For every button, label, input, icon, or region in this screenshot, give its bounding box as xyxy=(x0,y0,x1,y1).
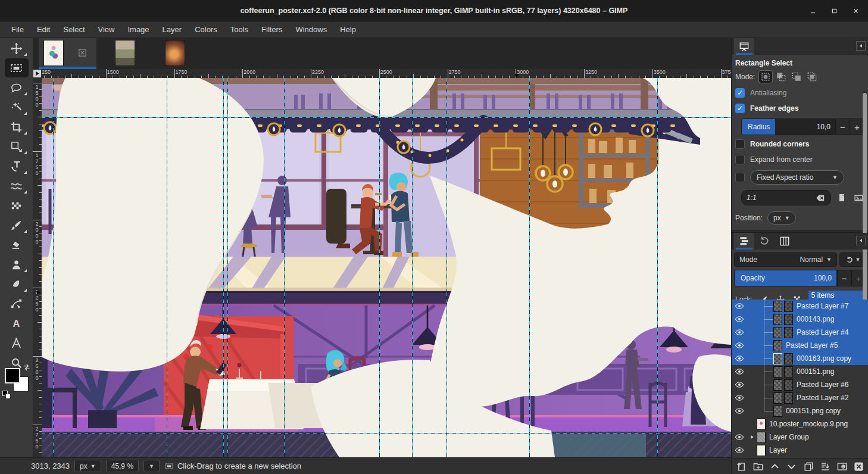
layer-visibility-toggle[interactable] xyxy=(732,432,747,442)
menu-filters[interactable]: Filters xyxy=(255,23,289,36)
paths-tool[interactable] xyxy=(5,294,29,313)
menu-view[interactable]: View xyxy=(92,23,121,36)
image-tab-cafe-interior-photo[interactable] xyxy=(160,38,184,69)
dock-collapse-button[interactable] xyxy=(856,236,866,245)
status-zoom-dropdown[interactable]: ▼ xyxy=(143,460,160,472)
layer-visibility-toggle[interactable] xyxy=(732,328,747,337)
swap-colors-icon[interactable] xyxy=(23,363,31,372)
group-expander-icon[interactable] xyxy=(747,434,757,441)
maximize-icon[interactable] xyxy=(828,4,841,17)
layer-row[interactable]: 000151.png copy xyxy=(732,404,868,417)
menu-colors[interactable]: Colors xyxy=(188,23,224,36)
layer-row[interactable]: Layer xyxy=(732,444,868,457)
free-select-tool[interactable] xyxy=(5,78,29,97)
duplicate-layer-button[interactable] xyxy=(801,460,816,473)
crop-tool[interactable] xyxy=(5,117,29,136)
antialiasing-checkbox[interactable]: ✓ xyxy=(735,88,745,98)
select-mode-replace[interactable] xyxy=(759,71,772,83)
ruler-origin-button[interactable] xyxy=(33,69,42,78)
layer-row[interactable]: 000151.png xyxy=(732,365,868,378)
select-mode-intersect[interactable] xyxy=(805,71,819,83)
tab-layers[interactable] xyxy=(734,233,754,250)
layer-visibility-toggle[interactable] xyxy=(732,445,747,455)
horizontal-ruler[interactable]: 1250150017502000225025002750300032503500… xyxy=(42,69,731,78)
menu-layer[interactable]: Layer xyxy=(156,23,189,36)
guide-vertical[interactable] xyxy=(529,78,530,457)
new-layer-button[interactable] xyxy=(734,460,748,473)
menu-select[interactable]: Select xyxy=(57,23,91,36)
menu-edit[interactable]: Edit xyxy=(30,23,57,36)
paintbrush-tool[interactable] xyxy=(5,216,29,235)
warp-transform-tool[interactable] xyxy=(5,176,29,195)
menu-tools[interactable]: Tools xyxy=(224,23,255,36)
guide-vertical[interactable] xyxy=(223,78,224,457)
text-tool[interactable]: A xyxy=(5,314,29,333)
foreground-color-swatch[interactable] xyxy=(5,368,20,383)
raise-layer-button[interactable] xyxy=(768,460,782,473)
menu-windows[interactable]: Windows xyxy=(289,23,333,36)
fixed-checkbox[interactable] xyxy=(735,173,745,182)
guide-vertical[interactable] xyxy=(447,78,447,457)
radius-decrease-button[interactable]: − xyxy=(836,118,850,135)
feather-edges-checkbox[interactable]: ✓ xyxy=(735,104,745,113)
layer-visibility-toggle[interactable] xyxy=(732,301,747,311)
bucket-fill-tool[interactable] xyxy=(5,196,29,215)
layer-row[interactable]: 000143.png xyxy=(732,313,868,326)
merge-layer-button[interactable] xyxy=(818,460,832,473)
tab-undo-history[interactable] xyxy=(754,233,775,250)
menu-image[interactable]: Image xyxy=(121,23,155,36)
layer-row[interactable]: 000163.png copy xyxy=(732,352,868,365)
layer-row[interactable]: 10.poster_mockup.9.png xyxy=(732,417,868,431)
position-unit-dropdown[interactable]: px▼ xyxy=(767,211,796,224)
layer-visibility-toggle[interactable] xyxy=(732,354,747,363)
eraser-tool[interactable] xyxy=(5,235,29,254)
lower-layer-button[interactable] xyxy=(785,460,799,473)
opacity-decrease-button[interactable]: − xyxy=(837,270,851,286)
clone-tool[interactable] xyxy=(5,255,29,274)
layer-row[interactable]: Layer Group xyxy=(732,431,868,444)
fuzzy-select-tool[interactable] xyxy=(5,98,29,117)
clear-input-icon[interactable] xyxy=(816,193,826,203)
guide-vertical[interactable] xyxy=(167,78,167,457)
guide-vertical[interactable] xyxy=(227,78,228,457)
handle-transform-tool[interactable] xyxy=(5,157,29,176)
opacity-slider[interactable]: Opacity 100,0 xyxy=(734,270,837,286)
image-tab-storefront-photo[interactable] xyxy=(110,38,134,69)
select-mode-subtract[interactable] xyxy=(790,71,803,83)
status-unit-dropdown[interactable]: px▼ xyxy=(74,460,101,472)
select-mode-add[interactable] xyxy=(775,71,788,83)
layer-row[interactable]: Pasted Layer #6 xyxy=(732,378,868,391)
rectangle-select-tool[interactable] xyxy=(5,58,29,77)
blend-space-switch-button[interactable]: ▼ xyxy=(839,252,866,267)
unified-transform-tool[interactable] xyxy=(5,137,29,156)
move-tool[interactable] xyxy=(5,39,29,58)
layer-row[interactable]: Pasted Layer #4 xyxy=(732,326,868,339)
layer-visibility-toggle[interactable] xyxy=(732,380,747,389)
menu-file[interactable]: File xyxy=(5,23,30,36)
measure-tool[interactable] xyxy=(5,333,29,353)
radius-slider[interactable]: Radius 10,0 xyxy=(741,118,836,135)
tab-channels[interactable] xyxy=(775,233,795,250)
add-mask-button[interactable] xyxy=(835,460,850,473)
new-group-button[interactable] xyxy=(751,460,765,473)
smudge-tool[interactable] xyxy=(5,275,29,294)
layer-row[interactable]: Pasted Layer #5 xyxy=(732,339,868,352)
default-colors-icon[interactable] xyxy=(2,391,12,400)
vertical-ruler[interactable]: 150017502000225025002750 xyxy=(33,78,42,457)
expand-from-center-checkbox[interactable] xyxy=(735,155,745,164)
delete-layer-button[interactable] xyxy=(852,460,866,473)
tab-close-icon[interactable] xyxy=(77,48,88,60)
guide-horizontal[interactable] xyxy=(42,117,731,118)
guide-vertical[interactable] xyxy=(379,78,380,457)
menu-help[interactable]: Help xyxy=(333,23,363,36)
layer-visibility-toggle[interactable] xyxy=(732,406,747,416)
portrait-orientation-button[interactable] xyxy=(836,192,848,204)
rounded-corners-checkbox[interactable] xyxy=(735,139,745,149)
layer-visibility-toggle[interactable] xyxy=(732,393,747,403)
canvas-artwork[interactable] xyxy=(42,78,731,457)
layer-mode-dropdown[interactable]: Mode Normal▼ xyxy=(734,252,837,267)
layer-visibility-toggle[interactable] xyxy=(732,367,747,376)
close-icon[interactable] xyxy=(849,4,862,17)
guide-vertical[interactable] xyxy=(412,78,413,457)
fixed-aspect-dropdown[interactable]: Fixed Aspect ratio▼ xyxy=(750,170,844,185)
